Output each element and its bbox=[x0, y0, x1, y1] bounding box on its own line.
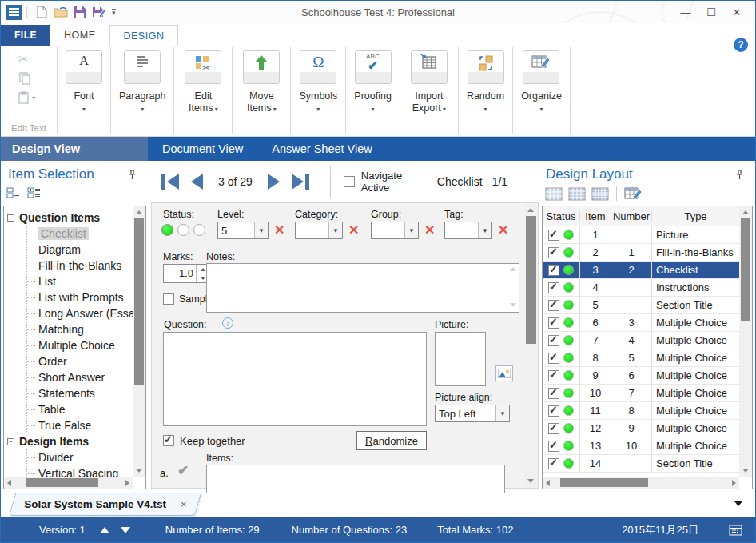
tree-item-fill-in-the-blanks[interactable]: Fill-in-the-Blanks bbox=[27, 258, 133, 273]
column-header-item[interactable]: Item bbox=[580, 210, 611, 222]
marks-stepper[interactable]: 1.0 bbox=[163, 264, 209, 283]
collapse-icon[interactable]: - bbox=[7, 214, 14, 222]
form-vertical-scrollbar[interactable] bbox=[524, 203, 538, 488]
open-file-button[interactable] bbox=[51, 3, 70, 21]
clear-category-icon[interactable]: ✕ bbox=[348, 224, 359, 237]
column-header-status[interactable]: Status bbox=[543, 210, 580, 222]
random-button[interactable]: Random▾ bbox=[459, 46, 512, 136]
include-checkbox[interactable] bbox=[548, 423, 559, 434]
paste-icon[interactable]: ▾ bbox=[18, 90, 35, 105]
table-row[interactable]: 1Picture bbox=[543, 226, 739, 244]
tree-item-multiple-choice[interactable]: Multiple Choice bbox=[27, 337, 133, 353]
picture-box[interactable] bbox=[435, 332, 486, 386]
tree-item-checklist[interactable]: Checklist bbox=[27, 226, 133, 242]
calendar-icon[interactable] bbox=[729, 524, 742, 536]
table-row[interactable]: 129Multiple Choice bbox=[543, 420, 739, 437]
tree-item-diagram[interactable]: Diagram bbox=[27, 242, 133, 258]
paragraph-button[interactable]: Paragraph▾ bbox=[111, 46, 173, 136]
tree-item-matching[interactable]: Matching bbox=[27, 321, 133, 337]
tree-item-statements[interactable]: Statements bbox=[27, 385, 133, 401]
close-button[interactable]: ✕ bbox=[726, 4, 747, 20]
items-input[interactable] bbox=[206, 465, 505, 497]
layout-table-small-icon[interactable] bbox=[545, 187, 563, 201]
layout-table-medium-icon[interactable] bbox=[568, 187, 586, 201]
include-checkbox[interactable] bbox=[548, 370, 559, 381]
paste-dropdown-icon[interactable]: ▾ bbox=[32, 94, 35, 102]
tab-home[interactable]: HOME bbox=[50, 25, 109, 46]
include-checkbox[interactable] bbox=[548, 230, 559, 241]
randomize-button[interactable]: Randomize bbox=[356, 431, 427, 450]
table-row[interactable]: 4Instructions bbox=[543, 279, 739, 297]
tree-item-short-answer[interactable]: Short Answer bbox=[27, 369, 133, 385]
include-checkbox[interactable] bbox=[548, 388, 559, 399]
include-checkbox[interactable] bbox=[548, 335, 559, 346]
column-header-number[interactable]: Number bbox=[611, 210, 652, 222]
picture-align-select[interactable]: Top Left▼ bbox=[435, 405, 510, 422]
version-down-icon[interactable] bbox=[121, 527, 130, 533]
proofing-button[interactable]: ABC✔Proofing▾ bbox=[346, 46, 400, 136]
symbols-button[interactable]: ΩSymbols▾ bbox=[291, 46, 345, 136]
collapse-icon[interactable]: - bbox=[7, 438, 14, 445]
status-radio-3[interactable] bbox=[193, 224, 205, 236]
status-radio-2[interactable] bbox=[177, 224, 189, 236]
view-tab-answer-sheet-view[interactable]: Answer Sheet View bbox=[257, 137, 386, 161]
clear-tag-icon[interactable]: ✕ bbox=[498, 224, 508, 237]
include-checkbox[interactable] bbox=[548, 353, 559, 364]
table-row[interactable]: 74Multiple Choice bbox=[543, 332, 739, 349]
category-select[interactable]: ▼ bbox=[295, 222, 343, 239]
tree-horizontal-scrollbar[interactable] bbox=[4, 477, 133, 489]
maximize-button[interactable]: ☐ bbox=[701, 4, 722, 20]
help-icon[interactable]: ? bbox=[734, 38, 748, 52]
clear-group-icon[interactable]: ✕ bbox=[424, 224, 435, 237]
save-as-button[interactable] bbox=[90, 3, 109, 21]
tag-select[interactable]: ▼ bbox=[444, 222, 492, 239]
tab-design[interactable]: DESIGN bbox=[109, 25, 179, 46]
import-export-button[interactable]: Import Export ▾ bbox=[400, 46, 458, 136]
layout-table-large-icon[interactable] bbox=[591, 187, 609, 201]
tree-item-true-false[interactable]: True False bbox=[27, 417, 133, 433]
table-row[interactable]: 5Section Title bbox=[543, 297, 739, 314]
table-row[interactable]: 14Section Title bbox=[543, 455, 739, 473]
app-menu-icon[interactable] bbox=[6, 5, 22, 20]
previous-item-button[interactable] bbox=[189, 172, 205, 191]
tree-item-list-with-prompts[interactable]: List with Prompts bbox=[27, 289, 133, 305]
question-input[interactable] bbox=[163, 332, 427, 426]
view-tab-document-view[interactable]: Document View bbox=[148, 137, 257, 161]
tree-group-design-items[interactable]: -Design Items bbox=[7, 433, 133, 449]
group-select[interactable]: ▼ bbox=[371, 222, 419, 239]
tree-item-list[interactable]: List bbox=[27, 273, 133, 289]
clear-level-icon[interactable]: ✕ bbox=[274, 224, 284, 237]
column-header-type[interactable]: Type bbox=[652, 210, 739, 222]
tab-list-dropdown-icon[interactable] bbox=[734, 501, 742, 506]
close-tab-icon[interactable]: × bbox=[181, 498, 187, 510]
table-row[interactable]: 63Multiple Choice bbox=[543, 314, 739, 332]
include-checkbox[interactable] bbox=[548, 247, 559, 258]
sample-checkbox[interactable] bbox=[163, 293, 174, 305]
item-check-icon[interactable]: ✔ bbox=[177, 462, 189, 479]
include-checkbox[interactable] bbox=[548, 300, 559, 311]
version-up-icon[interactable] bbox=[100, 527, 109, 533]
minimize-button[interactable]: — bbox=[675, 4, 696, 20]
include-checkbox[interactable] bbox=[548, 405, 559, 417]
include-checkbox[interactable] bbox=[548, 458, 559, 469]
pin-icon[interactable] bbox=[735, 170, 744, 180]
pin-icon[interactable] bbox=[128, 170, 137, 180]
tab-file[interactable]: FILE bbox=[1, 25, 50, 46]
include-checkbox[interactable] bbox=[548, 317, 559, 329]
tree-vertical-scrollbar[interactable] bbox=[133, 206, 145, 477]
table-row[interactable]: 96Multiple Choice bbox=[543, 367, 739, 385]
save-button[interactable] bbox=[70, 3, 90, 21]
expand-all-icon[interactable] bbox=[27, 187, 42, 198]
table-horizontal-scrollbar[interactable] bbox=[543, 477, 739, 489]
table-row[interactable]: 107Multiple Choice bbox=[543, 385, 739, 402]
level-select[interactable]: 5▼ bbox=[217, 222, 269, 239]
tree-item-table[interactable]: Table bbox=[27, 401, 133, 417]
last-item-button[interactable] bbox=[289, 172, 312, 191]
table-row[interactable]: 21Fill-in-the-Blanks bbox=[543, 244, 739, 262]
notes-input[interactable] bbox=[206, 263, 519, 313]
edit-layout-icon[interactable] bbox=[624, 186, 643, 201]
table-vertical-scrollbar[interactable] bbox=[739, 206, 752, 477]
tree-item-vertical-spacing[interactable]: Vertical Spacing bbox=[27, 465, 133, 477]
next-item-button[interactable] bbox=[266, 172, 282, 191]
table-row[interactable]: 1310Multiple Choice bbox=[543, 437, 739, 455]
